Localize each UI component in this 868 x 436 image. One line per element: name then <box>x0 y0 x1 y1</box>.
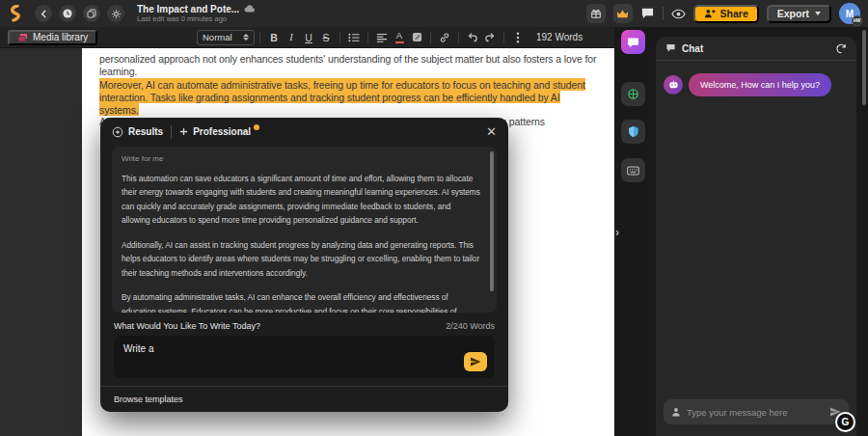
media-library-button[interactable]: Media library <box>8 30 97 45</box>
results-tab-label: Results <box>128 126 163 137</box>
topbar-divider <box>663 7 664 20</box>
highlighted-text: Moreover, AI can automate administrative… <box>99 78 585 116</box>
back-icon[interactable] <box>35 5 52 22</box>
doc-paragraph-highlighted: Moreover, AI can automate administrative… <box>99 78 597 116</box>
notification-dot <box>254 124 259 130</box>
toolbar-separator <box>430 32 431 43</box>
paragraph-style-select[interactable]: Normal <box>197 30 255 45</box>
modal-tab-divider <box>171 125 172 139</box>
prompt-label: What Would You Like To Write Today? <box>114 321 260 331</box>
modal-header: Results Professional ✕ <box>100 118 508 147</box>
panel-expand-chevron-icon[interactable]: › <box>610 224 624 241</box>
more-options-kebab-icon[interactable] <box>510 30 526 45</box>
highlight-color-icon[interactable] <box>409 30 424 45</box>
italic-button[interactable]: I <box>284 30 299 45</box>
export-button[interactable]: Export <box>767 5 831 23</box>
chat-input-container <box>664 399 849 424</box>
history-clock-icon[interactable] <box>59 5 76 22</box>
write-for-me-label: Write for me <box>122 154 487 163</box>
font-color-bar <box>395 41 404 43</box>
user-avatar[interactable]: M HW <box>839 3 860 24</box>
generate-send-button[interactable] <box>464 352 487 371</box>
export-label: Export <box>777 8 809 19</box>
underline-button[interactable]: U <box>301 30 316 45</box>
welcome-message-bubble: Welcome, How can I help you? <box>689 73 831 96</box>
toolbar-separator <box>458 32 459 43</box>
rail-plagiarism-checker-icon[interactable] <box>621 82 645 106</box>
professional-tab[interactable]: Professional <box>179 126 259 137</box>
undo-icon[interactable] <box>465 30 480 45</box>
cloud-sync-icon <box>244 5 255 13</box>
word-limit-counter: 2/240 Words <box>446 321 495 331</box>
chat-refresh-icon[interactable] <box>836 43 847 54</box>
generated-results-area[interactable]: Write for me This automation can save ed… <box>112 147 497 313</box>
chat-title: Chat <box>682 43 703 54</box>
result-paragraph: Additionally, AI can assist in tracking … <box>122 238 480 281</box>
user-person-icon <box>671 407 681 417</box>
crown-upgrade-icon[interactable] <box>613 4 633 23</box>
chat-message-row: Welcome, How can I help you? <box>656 61 856 109</box>
modal-scrollbar[interactable] <box>490 151 494 291</box>
results-tab[interactable]: Results <box>112 126 163 138</box>
comments-icon[interactable] <box>640 7 655 20</box>
strikethrough-button[interactable]: S <box>318 30 334 45</box>
document-title[interactable]: The Impact and Pote... <box>137 4 239 14</box>
plus-icon <box>179 127 188 136</box>
modal-footer: Browse templates <box>100 386 508 412</box>
rail-chat-icon[interactable] <box>621 30 645 54</box>
formatting-toolbar: Media library Normal B I U S A <box>0 27 614 48</box>
last-edit-status: Last edit was 0 minutes ago <box>137 15 255 23</box>
preview-eye-icon[interactable] <box>671 9 686 19</box>
chevron-down-icon <box>815 12 821 15</box>
gift-icon[interactable] <box>586 4 606 23</box>
assistant-rail <box>621 30 645 182</box>
chat-bubble-icon <box>665 43 676 53</box>
font-color-letter: A <box>396 31 402 41</box>
right-panel-region: Chat Welcome, How can I help you? <box>614 27 868 436</box>
doc-paragraph: personalized approach not only enhances … <box>99 53 597 78</box>
share-person-icon <box>704 9 716 18</box>
top-bar: The Impact and Pote... Last edit was 0 m… <box>0 0 868 27</box>
copy-pages-icon[interactable] <box>83 5 100 22</box>
professional-tab-label: Professional <box>193 126 251 137</box>
result-paragraph: This automation can save educators a sig… <box>122 172 480 228</box>
media-library-icon <box>17 33 28 42</box>
document-title-block: The Impact and Pote... Last edit was 0 m… <box>137 4 255 23</box>
browse-templates-link[interactable]: Browse templates <box>114 395 183 404</box>
redo-icon[interactable] <box>482 30 498 45</box>
bot-avatar-icon <box>664 75 683 95</box>
media-library-label: Media library <box>33 32 88 42</box>
toolbar-separator <box>339 32 340 43</box>
chat-header: Chat <box>656 37 856 61</box>
prompt-row: What Would You Like To Write Today? 2/24… <box>114 321 495 331</box>
font-color-button[interactable]: A <box>392 30 407 45</box>
chat-message-input[interactable] <box>687 407 824 418</box>
align-left-icon[interactable] <box>374 30 390 45</box>
bold-button[interactable]: B <box>266 30 282 45</box>
share-label: Share <box>720 8 748 19</box>
toolbar-separator <box>503 32 504 43</box>
toolbar-separator <box>259 32 260 43</box>
chat-panel: Chat Welcome, How can I help you? <box>656 37 856 436</box>
settings-gear-icon[interactable] <box>107 5 124 22</box>
word-count: 192 Words <box>536 32 583 42</box>
result-paragraph: By automating administrative tasks, AI c… <box>122 290 480 313</box>
bullet-list-icon[interactable] <box>346 30 362 45</box>
toolbar-separator <box>367 32 368 43</box>
help-widget-button[interactable]: G <box>835 412 855 432</box>
rail-shield-icon[interactable] <box>621 120 645 144</box>
rail-keyboard-icon[interactable] <box>621 158 645 182</box>
modal-close-icon[interactable]: ✕ <box>486 125 497 138</box>
paragraph-style-value: Normal <box>203 32 232 42</box>
link-icon[interactable] <box>437 30 452 45</box>
avatar-workspace-badge: HW <box>852 15 862 26</box>
updown-arrows-icon <box>243 34 249 41</box>
panel-scrollbar[interactable] <box>862 30 866 105</box>
prompt-input[interactable]: Write a <box>114 336 495 378</box>
share-button[interactable]: Share <box>693 5 759 23</box>
prompt-input-value: Write a <box>123 343 485 354</box>
simplified-logo-icon[interactable] <box>8 4 25 23</box>
results-sparkle-icon <box>112 126 123 138</box>
ai-writer-modal: Results Professional ✕ Write for me This… <box>100 118 508 412</box>
